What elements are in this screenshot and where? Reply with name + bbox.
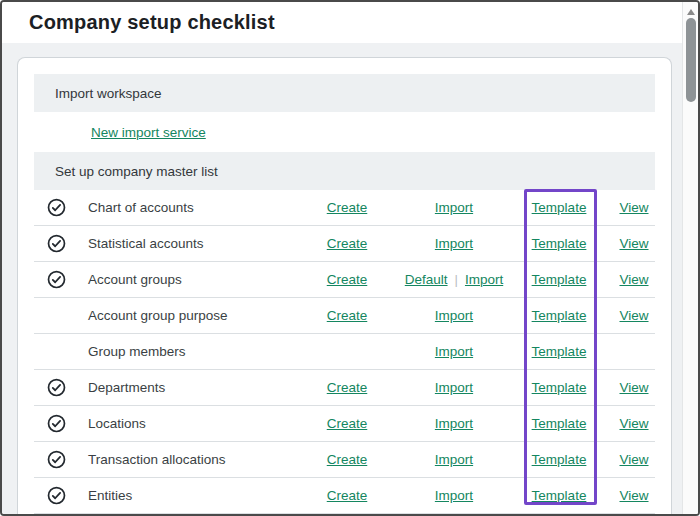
section-label: Set up company master list	[55, 164, 218, 179]
create-link[interactable]: Create	[327, 272, 368, 287]
view-link[interactable]: View	[619, 200, 648, 215]
company-setup-window: Company setup checklist Import workspace…	[0, 0, 700, 516]
create-link[interactable]: Create	[327, 200, 368, 215]
table-row: Account group purpose Create Import Temp…	[34, 298, 655, 334]
view-link[interactable]: View	[619, 236, 648, 251]
import-link[interactable]: Import	[435, 236, 473, 251]
default-link[interactable]: Default	[405, 272, 448, 287]
new-import-service-link[interactable]: New import service	[91, 125, 206, 140]
import-workspace-row: New import service	[34, 112, 655, 152]
table-row: Group members Import Template	[34, 334, 655, 370]
row-label: Chart of accounts	[88, 200, 194, 215]
row-label: Entities	[88, 488, 132, 503]
pipe-separator: |	[455, 272, 458, 287]
row-label: Transaction allocations	[88, 452, 226, 467]
template-link[interactable]: Template	[532, 416, 587, 431]
table-row: Departments Create Import Template View	[34, 370, 655, 406]
table-row: Statistical accounts Create Import Templ…	[34, 226, 655, 262]
view-link[interactable]: View	[619, 272, 648, 287]
checklist-table: Chart of accounts Create Import Template…	[34, 190, 655, 514]
table-row: Account groups Create Default|Import Tem…	[34, 262, 655, 298]
checklist-panel: Import workspace New import service Set …	[17, 57, 672, 516]
create-link[interactable]: Create	[327, 236, 368, 251]
row-label: Account groups	[88, 272, 182, 287]
view-link[interactable]: View	[619, 308, 648, 323]
completed-check-icon	[47, 450, 66, 469]
create-link[interactable]: Create	[327, 308, 368, 323]
completed-check-icon	[47, 270, 66, 289]
title-bar: Company setup checklist	[2, 2, 682, 43]
import-link[interactable]: Import	[435, 380, 473, 395]
row-label: Account group purpose	[88, 308, 228, 323]
section-header-master-list: Set up company master list	[34, 152, 655, 190]
import-link[interactable]: Import	[435, 344, 473, 359]
page-title: Company setup checklist	[29, 11, 275, 34]
table-row: Locations Create Import Template View	[34, 406, 655, 442]
completed-check-icon	[47, 234, 66, 253]
row-label: Departments	[88, 380, 165, 395]
completed-check-icon	[47, 486, 66, 505]
triangle-up-icon	[687, 9, 695, 15]
row-label: Group members	[88, 344, 186, 359]
completed-check-icon	[47, 414, 66, 433]
table-row: Transaction allocations Create Import Te…	[34, 442, 655, 478]
template-link[interactable]: Template	[532, 488, 587, 503]
create-link[interactable]: Create	[327, 488, 368, 503]
view-link[interactable]: View	[619, 380, 648, 395]
import-link[interactable]: Import	[435, 488, 473, 503]
vertical-scrollbar[interactable]	[682, 2, 698, 514]
section-header-import-workspace: Import workspace	[34, 74, 655, 112]
import-link[interactable]: Import	[465, 272, 503, 287]
import-link[interactable]: Import	[435, 200, 473, 215]
completed-check-icon	[47, 198, 66, 217]
import-link[interactable]: Import	[435, 452, 473, 467]
scrollbar-up-button[interactable]	[683, 6, 698, 18]
table-row: Chart of accounts Create Import Template…	[34, 190, 655, 226]
template-link[interactable]: Template	[532, 236, 587, 251]
scrollbar-thumb[interactable]	[686, 18, 696, 102]
create-link[interactable]: Create	[327, 452, 368, 467]
template-link[interactable]: Template	[532, 308, 587, 323]
view-link[interactable]: View	[619, 488, 648, 503]
template-link[interactable]: Template	[532, 344, 587, 359]
create-link[interactable]: Create	[327, 416, 368, 431]
template-link[interactable]: Template	[532, 452, 587, 467]
template-link[interactable]: Template	[532, 272, 587, 287]
completed-check-icon	[47, 378, 66, 397]
import-link[interactable]: Import	[435, 308, 473, 323]
table-row: Entities Create Import Template View	[34, 478, 655, 514]
template-link[interactable]: Template	[532, 380, 587, 395]
import-link[interactable]: Import	[435, 416, 473, 431]
template-link[interactable]: Template	[532, 200, 587, 215]
row-label: Statistical accounts	[88, 236, 204, 251]
create-link[interactable]: Create	[327, 380, 368, 395]
section-label: Import workspace	[55, 86, 162, 101]
view-link[interactable]: View	[619, 416, 648, 431]
view-link[interactable]: View	[619, 452, 648, 467]
row-label: Locations	[88, 416, 146, 431]
